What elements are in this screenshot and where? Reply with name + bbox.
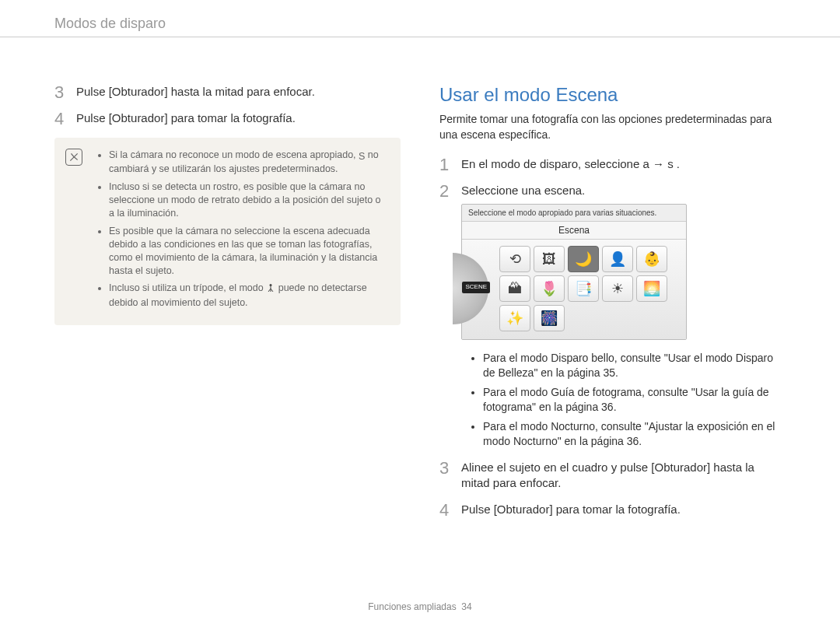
- note-item-1: Si la cámara no reconoce un modo de esce…: [109, 149, 388, 177]
- scene-hint: Seleccione el modo apropiado para varias…: [462, 205, 686, 222]
- note-icon: [65, 149, 82, 166]
- arrow-right-icon: →: [653, 157, 664, 170]
- scene-tile-frame-icon: 🖼: [534, 246, 565, 272]
- footer-section: Funciones ampliadas: [368, 601, 456, 612]
- scene-tile-text-icon: 📑: [568, 275, 599, 302]
- sub-bullet-3: Para el modo Nocturno, consulte "Ajustar…: [483, 419, 786, 449]
- note-box: Si la cámara no reconoce un modo de esce…: [54, 138, 401, 326]
- right-steps: En el modo de disparo, seleccione a → s …: [439, 156, 786, 517]
- page-body: Pulse [Obturador] hasta la mitad para en…: [0, 37, 840, 559]
- footer-page-number: 34: [461, 601, 471, 612]
- scene-title: Escena: [462, 221, 686, 240]
- sub-bullet-2: Para el modo Guía de fotograma, consulte…: [483, 385, 786, 415]
- scene-tile-firework-icon: 🎆: [534, 305, 565, 331]
- sub-bullets: Para el modo Disparo bello, consulte "Us…: [461, 351, 786, 448]
- sub-bullet-1: Para el modo Disparo bello, consulte "Us…: [483, 351, 786, 380]
- left-column: Pulse [Obturador] hasta la mitad para en…: [54, 84, 401, 528]
- mode-dial-icon: SCENE: [453, 253, 488, 324]
- step-3: Alinee el sujeto en el cuadro y pulse [O…: [439, 460, 786, 492]
- scene-tile-mode-icon: ⟲: [499, 246, 530, 272]
- section-title: Usar el modo Escena: [439, 84, 786, 106]
- scene-tile-night-icon: 🌙: [568, 246, 599, 272]
- step-2: Seleccione una escena. Seleccione el mod…: [439, 183, 786, 448]
- svg-point-0: [270, 284, 272, 286]
- scene-body: SCENE ⟲ 🖼 🌙 👤 👶 🏔 🌷 📑 ☀: [462, 240, 686, 339]
- step-4: Pulse [Obturador] para tomar la fotograf…: [439, 502, 786, 517]
- scene-tile-landscape-icon: 🏔: [499, 275, 530, 302]
- scene-tile-backlight-icon: ✨: [499, 305, 530, 331]
- step-3: Pulse [Obturador] hasta la mitad para en…: [54, 84, 401, 100]
- scene-tile-dawn-icon: 🌅: [636, 275, 667, 302]
- step-1: En el modo de disparo, seleccione a → s …: [439, 156, 786, 172]
- scene-grid: ⟲ 🖼 🌙 👤 👶 🏔 🌷 📑 ☀ 🌅 ✨ 🎆: [499, 246, 667, 331]
- note-item-2: Incluso si se detecta un rostro, es posi…: [109, 180, 388, 220]
- left-steps: Pulse [Obturador] hasta la mitad para en…: [54, 84, 401, 127]
- note-list: Si la cámara no reconoce un modo de esce…: [96, 149, 388, 310]
- breadcrumb: Modos de disparo: [0, 16, 840, 37]
- page-footer: Funciones ampliadas 34: [0, 601, 840, 612]
- note-item-4: Incluso si utiliza un trípode, el modo p…: [109, 282, 388, 310]
- tripod-person-icon: [266, 283, 275, 296]
- scene-badge: SCENE: [462, 282, 490, 293]
- scene-dial: SCENE: [467, 246, 495, 331]
- scene-screen: Seleccione el modo apropiado para varias…: [461, 204, 687, 341]
- step-4: Pulse [Obturador] para tomar la fotograf…: [54, 110, 401, 126]
- right-column: Usar el modo Escena Permite tomar una fo…: [439, 84, 786, 528]
- scene-tile-children-icon: 👶: [636, 246, 667, 272]
- section-intro: Permite tomar una fotografía con las opc…: [439, 112, 786, 142]
- scene-tile-sunset-icon: ☀: [602, 275, 633, 302]
- note-item-3: Es posible que la cámara no seleccione l…: [109, 225, 388, 278]
- scene-tile-closeup-icon: 🌷: [534, 275, 565, 302]
- scene-tile-portrait-icon: 👤: [602, 246, 633, 272]
